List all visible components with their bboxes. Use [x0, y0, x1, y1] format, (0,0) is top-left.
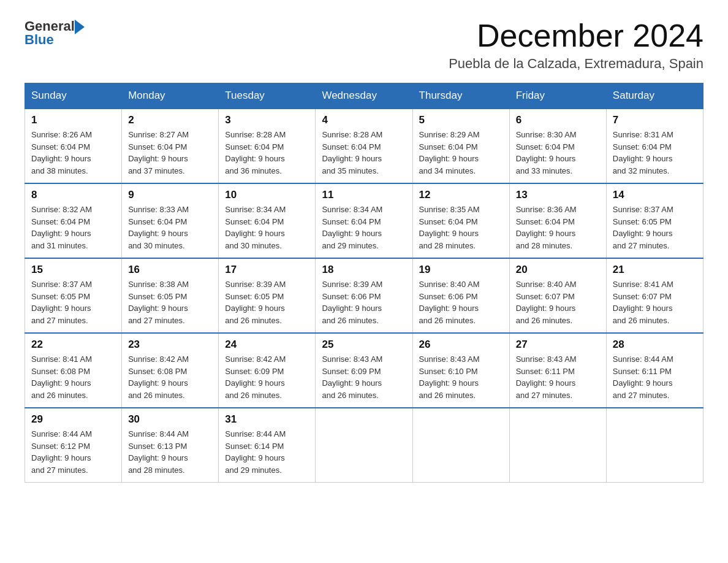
- calendar-cell: 29 Sunrise: 8:44 AMSunset: 6:12 PMDaylig…: [25, 408, 122, 483]
- weekday-header-monday: Monday: [122, 83, 219, 109]
- calendar-cell: 14 Sunrise: 8:37 AMSunset: 6:05 PMDaylig…: [606, 183, 703, 258]
- day-info: Sunrise: 8:38 AMSunset: 6:05 PMDaylight:…: [128, 280, 189, 325]
- day-number: 31: [225, 413, 309, 426]
- day-number: 3: [225, 114, 309, 126]
- day-info: Sunrise: 8:40 AMSunset: 6:07 PMDaylight:…: [516, 280, 577, 325]
- calendar-cell: 18 Sunrise: 8:39 AMSunset: 6:06 PMDaylig…: [316, 258, 412, 333]
- day-info: Sunrise: 8:28 AMSunset: 6:04 PMDaylight:…: [225, 130, 286, 175]
- calendar-cell: 19 Sunrise: 8:40 AMSunset: 6:06 PMDaylig…: [412, 258, 509, 333]
- day-number: 28: [613, 339, 697, 351]
- weekday-header-wednesday: Wednesday: [316, 83, 412, 109]
- day-info: Sunrise: 8:41 AMSunset: 6:08 PMDaylight:…: [31, 354, 92, 400]
- day-info: Sunrise: 8:29 AMSunset: 6:04 PMDaylight:…: [419, 130, 480, 175]
- day-number: 27: [516, 339, 600, 351]
- day-info: Sunrise: 8:43 AMSunset: 6:10 PMDaylight:…: [419, 354, 480, 400]
- calendar-cell: 8 Sunrise: 8:32 AMSunset: 6:04 PMDayligh…: [25, 183, 122, 258]
- calendar-cell: 23 Sunrise: 8:42 AMSunset: 6:08 PMDaylig…: [122, 333, 219, 408]
- calendar-title: December 2024: [449, 18, 703, 53]
- weekday-header-thursday: Thursday: [412, 83, 509, 109]
- day-info: Sunrise: 8:36 AMSunset: 6:04 PMDaylight:…: [516, 205, 577, 250]
- calendar-cell: 30 Sunrise: 8:44 AMSunset: 6:13 PMDaylig…: [122, 408, 219, 483]
- day-number: 5: [419, 114, 503, 126]
- weekday-header-sunday: Sunday: [25, 83, 122, 109]
- day-info: Sunrise: 8:27 AMSunset: 6:04 PMDaylight:…: [128, 130, 189, 175]
- calendar-cell: 25 Sunrise: 8:43 AMSunset: 6:09 PMDaylig…: [316, 333, 412, 408]
- calendar-cell: 15 Sunrise: 8:37 AMSunset: 6:05 PMDaylig…: [25, 258, 122, 333]
- day-number: 20: [516, 264, 600, 276]
- day-number: 29: [31, 413, 115, 426]
- calendar-cell: 7 Sunrise: 8:31 AMSunset: 6:04 PMDayligh…: [606, 109, 703, 183]
- calendar-cell: 4 Sunrise: 8:28 AMSunset: 6:04 PMDayligh…: [316, 109, 412, 183]
- day-number: 13: [516, 189, 600, 201]
- day-number: 22: [31, 339, 115, 351]
- calendar-cell: [316, 408, 412, 483]
- day-number: 19: [419, 264, 503, 276]
- calendar-location: Puebla de la Calzada, Extremadura, Spain: [449, 56, 703, 72]
- calendar-cell: 31 Sunrise: 8:44 AMSunset: 6:14 PMDaylig…: [219, 408, 316, 483]
- calendar-cell: 10 Sunrise: 8:34 AMSunset: 6:04 PMDaylig…: [219, 183, 316, 258]
- calendar-cell: 28 Sunrise: 8:44 AMSunset: 6:11 PMDaylig…: [606, 333, 703, 408]
- day-number: 4: [322, 114, 406, 126]
- day-number: 1: [31, 114, 115, 126]
- calendar-week-row: 8 Sunrise: 8:32 AMSunset: 6:04 PMDayligh…: [25, 183, 703, 258]
- calendar-cell: 11 Sunrise: 8:34 AMSunset: 6:04 PMDaylig…: [316, 183, 412, 258]
- day-number: 7: [613, 114, 697, 126]
- calendar-cell: [606, 408, 703, 483]
- calendar-cell: 24 Sunrise: 8:42 AMSunset: 6:09 PMDaylig…: [219, 333, 316, 408]
- weekday-header-row: SundayMondayTuesdayWednesdayThursdayFrid…: [25, 83, 703, 109]
- day-number: 10: [225, 189, 309, 201]
- day-info: Sunrise: 8:34 AMSunset: 6:04 PMDaylight:…: [225, 205, 286, 250]
- calendar-cell: 22 Sunrise: 8:41 AMSunset: 6:08 PMDaylig…: [25, 333, 122, 408]
- calendar-week-row: 1 Sunrise: 8:26 AMSunset: 6:04 PMDayligh…: [25, 109, 703, 183]
- calendar-cell: 6 Sunrise: 8:30 AMSunset: 6:04 PMDayligh…: [509, 109, 606, 183]
- weekday-header-friday: Friday: [509, 83, 606, 109]
- calendar-cell: 21 Sunrise: 8:41 AMSunset: 6:07 PMDaylig…: [606, 258, 703, 333]
- day-info: Sunrise: 8:44 AMSunset: 6:11 PMDaylight:…: [613, 354, 673, 400]
- day-info: Sunrise: 8:44 AMSunset: 6:12 PMDaylight:…: [31, 429, 92, 475]
- calendar-week-row: 22 Sunrise: 8:41 AMSunset: 6:08 PMDaylig…: [25, 333, 703, 408]
- day-info: Sunrise: 8:39 AMSunset: 6:05 PMDaylight:…: [225, 280, 286, 325]
- calendar-cell: [509, 408, 606, 483]
- day-number: 25: [322, 339, 406, 351]
- day-info: Sunrise: 8:26 AMSunset: 6:04 PMDaylight:…: [31, 130, 92, 175]
- day-info: Sunrise: 8:43 AMSunset: 6:09 PMDaylight:…: [322, 354, 382, 400]
- calendar-cell: 9 Sunrise: 8:33 AMSunset: 6:04 PMDayligh…: [122, 183, 219, 258]
- day-info: Sunrise: 8:28 AMSunset: 6:04 PMDaylight:…: [322, 130, 382, 175]
- day-number: 15: [31, 264, 115, 276]
- day-number: 26: [419, 339, 503, 351]
- day-number: 30: [128, 413, 212, 426]
- calendar-cell: 27 Sunrise: 8:43 AMSunset: 6:11 PMDaylig…: [509, 333, 606, 408]
- day-info: Sunrise: 8:41 AMSunset: 6:07 PMDaylight:…: [613, 280, 673, 325]
- calendar-week-row: 29 Sunrise: 8:44 AMSunset: 6:12 PMDaylig…: [25, 408, 703, 483]
- calendar-cell: 12 Sunrise: 8:35 AMSunset: 6:04 PMDaylig…: [412, 183, 509, 258]
- calendar-cell: 17 Sunrise: 8:39 AMSunset: 6:05 PMDaylig…: [219, 258, 316, 333]
- calendar-cell: 2 Sunrise: 8:27 AMSunset: 6:04 PMDayligh…: [122, 109, 219, 183]
- day-number: 11: [322, 189, 406, 201]
- title-block: December 2024 Puebla de la Calzada, Extr…: [449, 18, 703, 72]
- calendar-cell: 5 Sunrise: 8:29 AMSunset: 6:04 PMDayligh…: [412, 109, 509, 183]
- calendar-cell: 1 Sunrise: 8:26 AMSunset: 6:04 PMDayligh…: [25, 109, 122, 183]
- day-info: Sunrise: 8:44 AMSunset: 6:14 PMDaylight:…: [225, 429, 286, 475]
- day-number: 2: [128, 114, 212, 126]
- logo-blue-text: Blue: [25, 32, 54, 48]
- logo: General Blue: [25, 18, 85, 48]
- day-number: 16: [128, 264, 212, 276]
- day-info: Sunrise: 8:35 AMSunset: 6:04 PMDaylight:…: [419, 205, 480, 250]
- calendar-cell: 20 Sunrise: 8:40 AMSunset: 6:07 PMDaylig…: [509, 258, 606, 333]
- day-info: Sunrise: 8:33 AMSunset: 6:04 PMDaylight:…: [128, 205, 189, 250]
- day-info: Sunrise: 8:44 AMSunset: 6:13 PMDaylight:…: [128, 429, 189, 475]
- day-info: Sunrise: 8:30 AMSunset: 6:04 PMDaylight:…: [516, 130, 577, 175]
- day-number: 6: [516, 114, 600, 126]
- calendar-cell: 13 Sunrise: 8:36 AMSunset: 6:04 PMDaylig…: [509, 183, 606, 258]
- day-number: 23: [128, 339, 212, 351]
- day-number: 21: [613, 264, 697, 276]
- day-info: Sunrise: 8:40 AMSunset: 6:06 PMDaylight:…: [419, 280, 480, 325]
- day-info: Sunrise: 8:43 AMSunset: 6:11 PMDaylight:…: [516, 354, 577, 400]
- day-number: 14: [613, 189, 697, 201]
- day-info: Sunrise: 8:34 AMSunset: 6:04 PMDaylight:…: [322, 205, 382, 250]
- day-number: 17: [225, 264, 309, 276]
- day-number: 24: [225, 339, 309, 351]
- calendar-week-row: 15 Sunrise: 8:37 AMSunset: 6:05 PMDaylig…: [25, 258, 703, 333]
- calendar-table: SundayMondayTuesdayWednesdayThursdayFrid…: [25, 83, 703, 483]
- weekday-header-saturday: Saturday: [606, 83, 703, 109]
